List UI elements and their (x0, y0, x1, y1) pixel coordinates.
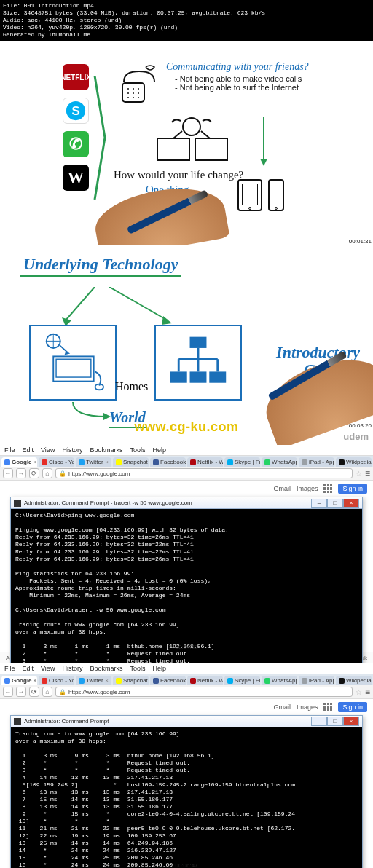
signin-button[interactable]: Sign in (338, 484, 367, 494)
gmail-link[interactable]: Gmail (273, 703, 291, 711)
window-minimize-button[interactable]: – (311, 499, 327, 508)
browser-menu-icon[interactable]: ≡ (365, 468, 370, 478)
whiteboard-intro: NETFLIX S ✆ W Communicating with your fr… (0, 41, 373, 245)
window-maximize-button[interactable]: □ (327, 499, 343, 508)
svg-point-5 (138, 88, 139, 90)
tab-label: Cisco - YouT… (49, 459, 74, 465)
window-maximize-button[interactable]: □ (327, 717, 343, 726)
cmd-icon (14, 500, 21, 507)
browser-tab[interactable]: Google× (1, 676, 37, 685)
browser-menu-icon[interactable]: ≡ (365, 687, 370, 697)
menu-tools[interactable]: Tools (130, 446, 145, 454)
favicon-icon (190, 459, 196, 465)
favicon-icon (116, 678, 122, 684)
nav-back-button[interactable]: ← (3, 468, 13, 478)
gmail-link[interactable]: Gmail (273, 485, 291, 492)
nav-home-button[interactable]: ⌂ (42, 468, 52, 478)
window-close-button[interactable]: × (343, 717, 359, 726)
svg-point-7 (133, 92, 134, 94)
tab-label: Snapchat (123, 677, 148, 684)
browser-tab[interactable]: Netflix - Wat…× (187, 457, 223, 467)
svg-rect-30 (190, 371, 207, 382)
favicon-icon (302, 459, 307, 465)
menu-file[interactable]: File (4, 446, 15, 454)
bookmark-star-icon[interactable]: ☆ (356, 688, 362, 696)
menu-history[interactable]: History (62, 446, 82, 454)
svg-rect-29 (170, 371, 187, 382)
menu-view[interactable]: View (41, 446, 55, 454)
browser-tab[interactable]: Snapchat× (113, 676, 149, 685)
tab-label: Netflix - Wat… (197, 459, 223, 465)
nav-reload-button[interactable]: ⟳ (29, 468, 39, 478)
network-topology-icon (163, 331, 233, 394)
browser-tab[interactable]: WhatsApp :: …× (262, 457, 297, 467)
browser-tab[interactable]: Wikipedia, th…× (336, 457, 372, 467)
nav-back-button[interactable]: ← (3, 687, 13, 697)
browser-tab[interactable]: Google× (1, 457, 37, 467)
browser-tab[interactable]: Netflix - Wat…× (187, 676, 223, 685)
svg-rect-12 (157, 138, 189, 160)
google-top-links: Gmail Images Sign in (273, 484, 367, 494)
svg-line-18 (66, 287, 95, 320)
url-input[interactable]: 🔒 https://www.google.com (55, 687, 353, 697)
nav-reload-button[interactable]: ⟳ (29, 687, 39, 697)
nav-forward-button[interactable]: → (16, 468, 26, 478)
command-prompt-window[interactable]: Administrator: Command Prompt - tracert … (10, 497, 363, 690)
cmd-output[interactable]: Tracing route to www.google.com [64.233.… (11, 727, 362, 868)
cmd-titlebar[interactable]: Administrator: Command Prompt – □ × (11, 716, 362, 727)
menu-help[interactable]: Help (152, 665, 166, 672)
menu-file[interactable]: File (4, 665, 15, 672)
menu-history[interactable]: History (62, 665, 82, 672)
menu-edit[interactable]: Edit (23, 446, 34, 454)
menu-help[interactable]: Help (152, 446, 166, 454)
bookmark-star-icon[interactable]: ☆ (356, 470, 362, 478)
browser-tab[interactable]: WhatsApp :: …× (262, 676, 297, 685)
tab-label: WhatsApp :: … (272, 677, 297, 684)
svg-text:S: S (71, 104, 79, 118)
google-apps-icon[interactable] (323, 484, 332, 493)
frustrated-person-icon (152, 114, 232, 165)
menu-tools[interactable]: Tools (130, 665, 145, 672)
homes-label: Homes (115, 380, 148, 393)
window-minimize-button[interactable]: – (311, 717, 327, 726)
cmd-titlebar[interactable]: Administrator: Command Prompt - tracert … (11, 497, 362, 509)
tablet-icon (237, 179, 262, 211)
browser-panel-ping: File Edit View History Bookmarks Tools H… (0, 445, 373, 663)
browser-tab[interactable]: Facebook - L…× (150, 457, 186, 467)
tab-close-icon[interactable]: × (34, 459, 37, 465)
favicon-icon (190, 678, 196, 684)
nav-forward-button[interactable]: → (16, 687, 26, 697)
tab-label: Netflix - Wat… (197, 677, 223, 684)
menu-edit[interactable]: Edit (23, 665, 34, 672)
browser-tab[interactable]: Skype | Free c…× (224, 676, 260, 685)
url-text: https://www.google.com (68, 470, 130, 477)
google-apps-icon[interactable] (323, 703, 332, 711)
browser-tab[interactable]: Wikipedia, th…× (336, 676, 372, 685)
tab-close-icon[interactable]: × (34, 677, 37, 684)
browser-tabstrip: Google×Cisco - YouT…×Twitter×Snapchat×Fa… (0, 456, 373, 467)
browser-tab[interactable]: Cisco - YouT…× (39, 676, 74, 685)
browser-tab[interactable]: Facebook - L…× (150, 676, 186, 685)
command-prompt-window[interactable]: Administrator: Command Prompt – □ × Trac… (10, 715, 363, 868)
signin-button[interactable]: Sign in (338, 702, 367, 712)
browser-tab[interactable]: Twitter× (76, 457, 111, 467)
url-input[interactable]: 🔒 https://www.google.com (55, 468, 353, 478)
tab-close-icon[interactable]: × (105, 459, 109, 465)
images-link[interactable]: Images (297, 485, 318, 492)
browser-tab[interactable]: iPad - Apple× (299, 457, 334, 467)
browser-tab[interactable]: Cisco - YouT…× (39, 457, 74, 467)
tab-close-icon[interactable]: × (105, 677, 109, 684)
images-link[interactable]: Images (297, 703, 318, 711)
life-change-question: How would your life change? (114, 169, 243, 181)
home-box (29, 325, 117, 401)
nav-home-button[interactable]: ⌂ (42, 687, 52, 697)
browser-tab[interactable]: Twitter× (76, 676, 111, 685)
browser-tab[interactable]: Skype | Free c…× (224, 457, 260, 467)
menu-bookmarks[interactable]: Bookmarks (90, 446, 122, 454)
browser-tab[interactable]: iPad - Apple× (299, 676, 334, 685)
menu-bookmarks[interactable]: Bookmarks (90, 665, 122, 672)
window-close-button[interactable]: × (343, 499, 359, 508)
cmd-output[interactable]: C:\Users\David>ping www.google.com Pingi… (11, 509, 362, 690)
menu-view[interactable]: View (41, 665, 55, 672)
browser-tab[interactable]: Snapchat× (113, 457, 149, 467)
